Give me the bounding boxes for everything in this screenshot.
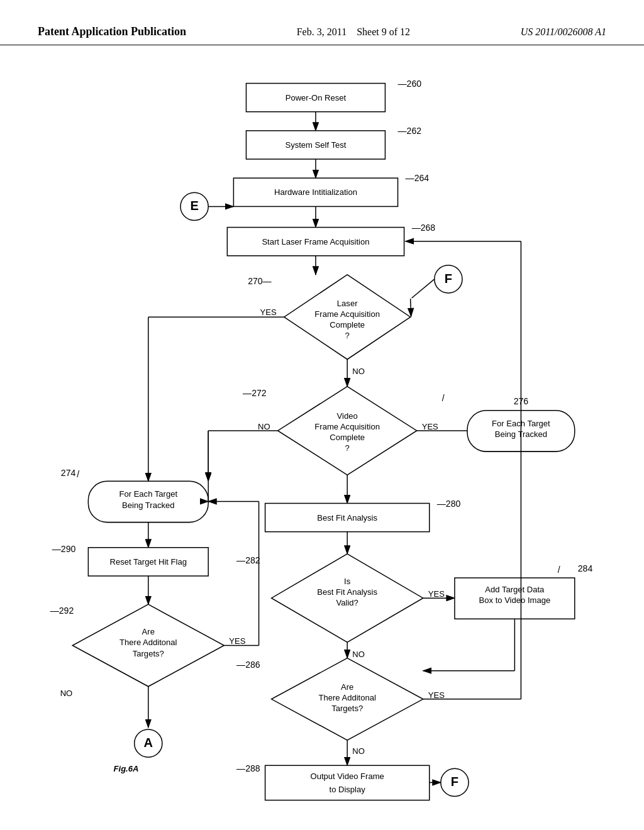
patent-number: US 2011/0026008 A1 bbox=[521, 26, 606, 38]
diamond-video-label-1: Video bbox=[337, 411, 358, 421]
diamond-video-label-3: Complete bbox=[330, 433, 365, 442]
diamond-video-label-2: Frame Acquisition bbox=[314, 422, 380, 431]
diamond-laser-label-2: Frame Acquisition bbox=[314, 309, 380, 319]
ref-276-slash: / bbox=[442, 393, 445, 403]
label-yes-292: YES bbox=[229, 636, 245, 646]
node-reset-target-label: Reset Target Hit Flag bbox=[110, 557, 187, 567]
flowchart-container: text { font-family: Arial, sans-serif; f… bbox=[38, 63, 606, 805]
label-yes-286: YES bbox=[428, 690, 445, 700]
node-add-target-label-2: Box to Video Image bbox=[479, 595, 551, 605]
diamond-valid-label-3: Valid? bbox=[336, 598, 358, 607]
diamond-292-label-2: There Additonal bbox=[119, 638, 177, 647]
sheet-info: Sheet 9 of 12 bbox=[357, 26, 410, 37]
node-best-fit-label: Best Fit Analysis bbox=[317, 513, 377, 523]
label-yes-272: YES bbox=[422, 422, 438, 431]
publication-title: Patent Application Publication bbox=[38, 25, 186, 38]
ref-288: —288 bbox=[236, 763, 260, 773]
label-no-292: NO bbox=[60, 689, 73, 698]
date: Feb. 3, 2011 bbox=[297, 26, 347, 37]
ref-280: —280 bbox=[437, 499, 461, 509]
ref-284-slash: / bbox=[558, 565, 560, 575]
diamond-292-label-1: Are bbox=[142, 627, 155, 636]
ref-264: —264 bbox=[406, 173, 430, 183]
page-header: Patent Application Publication Feb. 3, 2… bbox=[0, 25, 644, 45]
ref-270: 270— bbox=[248, 276, 272, 286]
ref-262: —262 bbox=[398, 126, 422, 136]
circle-A-label: A bbox=[144, 736, 153, 750]
ref-272: —272 bbox=[243, 388, 267, 398]
label-yes-282: YES bbox=[428, 589, 445, 599]
node-output-video-label-1: Output Video Frame bbox=[311, 772, 384, 781]
ref-274: 274 bbox=[61, 468, 76, 478]
diamond-292-label-3: Targets? bbox=[133, 649, 164, 658]
header-center: Feb. 3, 2011 Sheet 9 of 12 bbox=[297, 26, 410, 38]
fig-label: Fig.6A bbox=[114, 764, 139, 773]
node-for-each-target-274-label-1: For Each Target bbox=[119, 489, 177, 499]
ref-268: —268 bbox=[412, 223, 436, 233]
diamond-laser-label-3: Complete bbox=[330, 320, 365, 329]
node-output-video bbox=[265, 765, 430, 800]
diamond-laser-label-1: Laser bbox=[337, 299, 358, 308]
circle-F-top-label: F bbox=[445, 272, 452, 285]
ref-290: —290 bbox=[52, 544, 76, 554]
node-hardware-init-label: Hardware Intitialization bbox=[274, 187, 357, 197]
line-F-to-diamond bbox=[412, 279, 435, 298]
label-yes-270: YES bbox=[260, 307, 277, 317]
label-no-286: NO bbox=[352, 746, 365, 756]
node-output-video-label-2: to Display bbox=[330, 785, 366, 794]
ref-282: —282 bbox=[236, 555, 260, 565]
label-no-270: NO bbox=[352, 367, 365, 376]
ref-274-slash: / bbox=[77, 469, 79, 479]
node-power-on-reset-label: Power-On Reset bbox=[286, 93, 347, 102]
diamond-video-label-4: ? bbox=[345, 443, 350, 453]
node-for-each-target-274-label-2: Being Tracked bbox=[122, 501, 174, 510]
arrow-F-to-diamond bbox=[411, 299, 411, 316]
diamond-valid-label-1: Is bbox=[344, 577, 351, 586]
flowchart-svg: text { font-family: Arial, sans-serif; f… bbox=[38, 63, 606, 805]
ref-284: 284 bbox=[578, 563, 593, 573]
node-system-self-test-label: System Self Test bbox=[285, 140, 346, 150]
label-no-282: NO bbox=[352, 650, 365, 659]
diamond-286-label-3: Targets? bbox=[331, 704, 363, 713]
circle-E-label: E bbox=[190, 199, 198, 213]
circle-F-bottom-label: F bbox=[451, 775, 458, 788]
ref-292: —292 bbox=[50, 606, 74, 616]
diamond-valid-label-2: Best Fit Analysis bbox=[317, 587, 377, 597]
node-add-target-label-1: Add Target Data bbox=[485, 585, 545, 594]
diamond-286-label-1: Are bbox=[341, 682, 353, 692]
ref-260: —260 bbox=[398, 79, 422, 89]
diamond-laser-label-4: ? bbox=[345, 331, 350, 340]
label-no-272: NO bbox=[258, 422, 270, 431]
ref-286: —286 bbox=[236, 660, 260, 670]
diamond-286-label-2: There Additonal bbox=[318, 693, 375, 702]
node-start-laser-label: Start Laser Frame Acquisition bbox=[262, 237, 369, 246]
